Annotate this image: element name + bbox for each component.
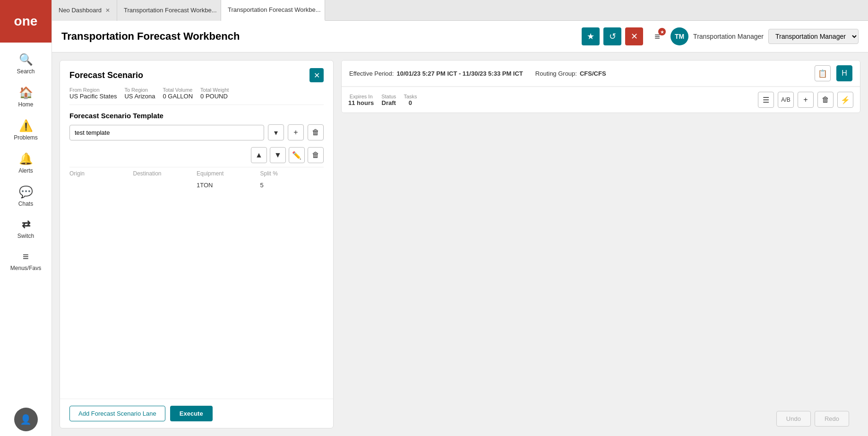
lane-down-button[interactable]: ▼ — [270, 147, 286, 163]
list-icon: ☰ — [763, 96, 769, 105]
star-icon: ★ — [587, 31, 594, 42]
delete-workbench-button[interactable]: 🗑 — [817, 92, 834, 108]
sidebar-item-label: Problems — [14, 134, 38, 141]
sidebar-item-home[interactable]: 🏠 Home — [0, 80, 52, 113]
close-icon: ✕ — [631, 31, 638, 42]
lane-header-row: Origin Destination Equipment Split % — [69, 167, 324, 180]
template-section-title: Forecast Scenario Template — [69, 112, 324, 120]
list-view-button[interactable]: ☰ — [758, 92, 774, 108]
from-region-field: From Region US Pacific States — [69, 87, 117, 100]
workbench-info: Expires In 11 hours Status Draft Tasks 0 — [348, 94, 417, 106]
sidebar-item-label: Home — [18, 101, 33, 108]
sidebar-item-problems[interactable]: ⚠️ Problems — [0, 113, 52, 147]
right-area: Effective Period: 10/01/23 5:27 PM ICT -… — [341, 52, 868, 436]
expires-in-label: Expires In — [350, 94, 373, 99]
tab-label: Neo Dashboard — [59, 7, 102, 14]
favorite-button[interactable]: ★ — [582, 27, 600, 45]
redo-button[interactable]: Redo — [815, 411, 849, 427]
template-delete-button[interactable]: 🗑 — [308, 124, 324, 140]
tab-neo-dashboard[interactable]: Neo Dashboard ✕ — [52, 0, 117, 21]
refresh-icon: ↺ — [609, 31, 616, 42]
add-workbench-button[interactable]: + — [798, 92, 814, 108]
add-lane-label: Add Forecast Scenario Lane — [78, 410, 156, 417]
template-section: Forecast Scenario Template ▾ + 🗑 — [60, 105, 333, 197]
close-panel-button[interactable]: ✕ — [309, 68, 324, 82]
chevron-up-icon: ▲ — [255, 151, 263, 159]
trash-icon: 🗑 — [822, 96, 829, 104]
trash-icon: 🗑 — [312, 128, 319, 137]
notification-badge: ★ — [658, 28, 666, 35]
sidebar-item-chats[interactable]: 💬 Chats — [0, 180, 52, 213]
lane-edit-button[interactable]: ✏️ — [289, 147, 305, 163]
tab-forecast-1[interactable]: Transportation Forecast Workbe... ✕ — [117, 0, 221, 21]
trash-icon: 🗑 — [312, 151, 319, 159]
template-dropdown-button[interactable]: ▾ — [268, 124, 284, 140]
panel-header: Forecast Scenario ✕ — [60, 61, 333, 87]
status-label: Status — [381, 94, 396, 99]
tab-bar: Neo Dashboard ✕ Transportation Forecast … — [52, 0, 868, 21]
sidebar-item-menus[interactable]: ≡ Menus/Favs — [0, 245, 52, 277]
bolt-button[interactable]: ⚡ — [837, 92, 853, 108]
pencil-icon: ✏️ — [292, 151, 301, 160]
sidebar-item-search[interactable]: 🔍 Search — [0, 47, 52, 80]
undo-button[interactable]: Undo — [776, 411, 811, 427]
header-actions: ★ ↺ ✕ — [582, 27, 643, 45]
lane-up-button[interactable]: ▲ — [251, 147, 267, 163]
total-weight-value: 0 POUND — [200, 93, 229, 100]
total-volume-value: 0 GALLON — [163, 93, 193, 100]
h-button[interactable]: H — [836, 65, 852, 81]
sidebar: one 🔍 Search 🏠 Home ⚠️ Problems 🔔 Alerts… — [0, 0, 52, 436]
switch-icon: ⇄ — [22, 218, 30, 231]
chevron-down-icon: ▼ — [274, 151, 282, 159]
refresh-button[interactable]: ↺ — [603, 27, 621, 45]
effective-period-bar: Effective Period: 10/01/23 5:27 PM ICT -… — [342, 61, 860, 87]
redo-label: Redo — [825, 415, 839, 422]
chevron-down-icon: ▾ — [274, 128, 278, 137]
user-initials: TM — [675, 33, 684, 40]
expires-in-item: Expires In 11 hours — [348, 94, 374, 106]
close-button[interactable]: ✕ — [625, 27, 643, 45]
logo-text: one — [14, 14, 38, 29]
workbench-actions: ☰ A/B + 🗑 ⚡ — [758, 92, 853, 108]
template-row: ▾ + 🗑 — [69, 124, 324, 140]
close-icon: ✕ — [314, 71, 320, 80]
ab-button[interactable]: A/B — [778, 92, 794, 108]
page-title: Transportation Forecast Workbench — [61, 30, 576, 43]
total-volume-field: Total Volume 0 GALLON — [163, 87, 193, 100]
tab-forecast-2[interactable]: Transportation Forecast Workbe... ✕ — [221, 0, 325, 21]
from-region-value: US Pacific States — [69, 93, 117, 100]
user-avatar[interactable]: 👤 — [14, 408, 38, 431]
effective-period-label: Effective Period: — [349, 70, 394, 77]
tab-close-icon[interactable]: ✕ — [325, 7, 325, 13]
sidebar-item-switch[interactable]: ⇄ Switch — [0, 213, 52, 245]
execute-button[interactable]: Execute — [170, 406, 213, 421]
sidebar-item-label: Chats — [18, 201, 33, 207]
bell-icon: 🔔 — [19, 152, 33, 166]
doc-button[interactable]: 📋 — [815, 65, 831, 81]
routing-group-value: CFS/CFS — [580, 70, 606, 77]
tab-close-icon[interactable]: ✕ — [105, 7, 110, 14]
total-weight-field: Total Weight 0 POUND — [200, 87, 229, 100]
plus-icon: + — [293, 128, 298, 137]
user-role-select[interactable]: Transportation Manager — [768, 29, 859, 44]
origin-column-header: Origin — [69, 170, 133, 177]
effective-period-value: 10/01/23 5:27 PM ICT - 11/30/23 5:33 PM … — [396, 70, 523, 77]
warning-icon: ⚠️ — [19, 119, 33, 132]
sidebar-bottom: 👤 — [14, 408, 38, 436]
sidebar-item-alerts[interactable]: 🔔 Alerts — [0, 147, 52, 180]
menu-icon: ≡ — [23, 251, 29, 263]
template-input[interactable] — [69, 125, 264, 140]
h-icon: H — [842, 69, 847, 78]
sidebar-nav: 🔍 Search 🏠 Home ⚠️ Problems 🔔 Alerts 💬 C… — [0, 43, 52, 408]
tasks-value: 0 — [409, 99, 412, 106]
equipment-value: 1TON — [197, 182, 260, 189]
total-weight-label: Total Weight — [200, 87, 229, 93]
chat-icon: 💬 — [19, 185, 33, 199]
split-percent-value: 5 — [260, 182, 324, 189]
notification-button[interactable]: ≡ ★ — [649, 28, 666, 45]
lane-delete-button[interactable]: 🗑 — [308, 147, 324, 163]
sidebar-item-label: Switch — [17, 233, 34, 239]
equipment-column-header: Equipment — [197, 170, 260, 177]
add-forecast-lane-button[interactable]: Add Forecast Scenario Lane — [69, 406, 165, 421]
template-add-button[interactable]: + — [288, 124, 304, 140]
